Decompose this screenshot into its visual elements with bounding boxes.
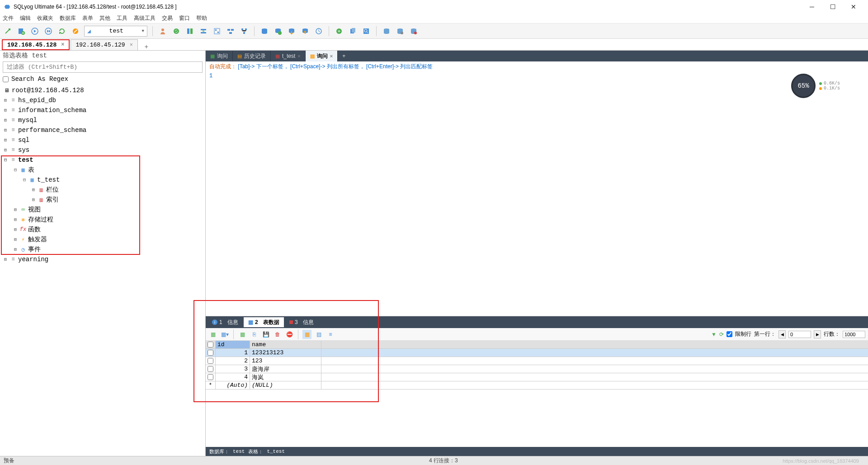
tree-columns[interactable]: ⊞▥栏位 — [0, 185, 205, 195]
visual-icon[interactable] — [212, 26, 222, 36]
table-new-row[interactable]: * (Auto) (NULL) — [206, 381, 868, 390]
expander-icon[interactable]: ⊞ — [3, 127, 8, 133]
table-row[interactable]: 1 123213123 — [206, 349, 868, 357]
text-view-icon[interactable]: ≡ — [326, 330, 335, 339]
editor-tab[interactable]: ▤询问× — [306, 51, 338, 61]
connection-tab[interactable]: 192.168.45.129 × — [71, 39, 137, 50]
row-checkbox[interactable] — [208, 374, 213, 380]
form-view-icon[interactable]: ▤ — [314, 330, 323, 339]
new-query-icon[interactable] — [16, 26, 26, 36]
data-grid[interactable]: id name 1 123213123 2 123 3 唐海岸 — [206, 341, 868, 390]
data-sync-icon[interactable] — [198, 26, 208, 36]
grid-view-icon[interactable]: ▦ — [302, 330, 311, 339]
row-count-input[interactable] — [843, 331, 865, 338]
tree-views[interactable]: ⊞∞视图 — [0, 205, 205, 215]
header-name[interactable]: name — [250, 341, 321, 348]
execute-all-icon[interactable] — [43, 26, 53, 36]
db-tool-3-icon[interactable] — [409, 26, 419, 36]
limit-checkbox[interactable] — [726, 331, 732, 337]
new-connection-icon[interactable] — [3, 26, 13, 36]
first-row-input[interactable] — [788, 331, 811, 338]
table-row[interactable]: 2 123 — [206, 357, 868, 365]
tree-db[interactable]: ⊞≡performance_schema — [0, 125, 205, 135]
menu-db[interactable]: 数据库 — [60, 14, 76, 22]
filter-icon[interactable]: ▼ — [711, 331, 717, 338]
copy-cell-icon[interactable]: ⎘ — [250, 330, 259, 339]
refresh-icon[interactable] — [57, 26, 67, 36]
tool-icon[interactable] — [334, 26, 344, 36]
expander-icon[interactable]: ⊞ — [13, 227, 18, 232]
filter-input[interactable] — [3, 61, 203, 73]
close-button[interactable]: ✕ — [847, 3, 860, 10]
duplicate-row-icon[interactable]: ▦ — [238, 330, 247, 339]
menu-window[interactable]: 窗口 — [179, 14, 190, 22]
scheduled-backup-icon[interactable] — [273, 26, 283, 36]
clock-icon[interactable] — [314, 26, 324, 36]
tree-root[interactable]: 🖥root@192.168.45.128 — [0, 85, 205, 95]
tree-db[interactable]: ⊞≡yearning — [0, 254, 205, 264]
menu-table[interactable]: 表单 — [82, 14, 93, 22]
connection-tab[interactable]: 192.168.45.128 × — [2, 39, 70, 50]
tree-table-item[interactable]: ⊟▦t_test — [0, 175, 205, 185]
menu-edit[interactable]: 编辑 — [20, 14, 31, 22]
query-editor[interactable]: 1 65% 0.6K/s 0.1K/s — [206, 72, 868, 316]
expander-icon[interactable]: ⊞ — [13, 217, 18, 222]
tree-tables[interactable]: ⊟▦表 — [0, 165, 205, 175]
table-row[interactable]: 4 海岚 — [206, 373, 868, 381]
tree-db[interactable]: ⊞≡information_schema — [0, 105, 205, 115]
insert-row-icon[interactable]: ▦▾ — [220, 330, 229, 339]
next-page-button[interactable]: ▶ — [814, 330, 821, 338]
tree-indexes[interactable]: ⊞▥索引 — [0, 195, 205, 205]
expander-icon[interactable]: ⊞ — [31, 187, 36, 193]
editor-tab[interactable]: ▦询问 — [206, 51, 233, 61]
db-tool-1-icon[interactable] — [382, 26, 392, 36]
row-checkbox[interactable] — [208, 366, 213, 372]
sync-icon[interactable] — [171, 26, 181, 36]
add-tab-button[interactable]: + — [338, 51, 350, 61]
menu-help[interactable]: 帮助 — [196, 14, 207, 22]
find-icon[interactable] — [361, 26, 371, 36]
add-connection-button[interactable]: + — [142, 43, 151, 50]
import-icon[interactable] — [287, 26, 297, 36]
cancel-icon[interactable]: ⛔ — [285, 330, 294, 339]
expander-icon[interactable]: ⊞ — [13, 247, 18, 252]
execute-icon[interactable] — [30, 26, 40, 36]
menu-trans[interactable]: 交易 — [162, 14, 173, 22]
row-checkbox[interactable] — [208, 358, 213, 364]
query-builder-icon[interactable] — [226, 26, 236, 36]
result-tab-data[interactable]: ▦2 表数据 — [244, 317, 284, 327]
close-icon[interactable]: × — [330, 53, 333, 59]
tree-db[interactable]: ⊞≡sys — [0, 145, 205, 155]
close-icon[interactable]: × — [297, 53, 300, 59]
tree-procs[interactable]: ⊞✻存储过程 — [0, 215, 205, 225]
header-checkbox-cell[interactable] — [206, 341, 216, 348]
expander-icon[interactable]: ⊟ — [22, 177, 27, 183]
copy-db-icon[interactable] — [348, 26, 358, 36]
user-icon[interactable] — [158, 26, 168, 36]
prev-page-button[interactable]: ◀ — [778, 330, 786, 338]
expander-icon[interactable]: ⊞ — [13, 207, 18, 212]
result-tab-info[interactable]: i1 信息 — [208, 317, 243, 327]
table-row[interactable]: 3 唐海岸 — [206, 365, 868, 373]
expander-icon[interactable]: ⊞ — [13, 237, 18, 242]
tree-events[interactable]: ⊞◷事件 — [0, 244, 205, 254]
expander-icon[interactable]: ⊞ — [3, 117, 8, 123]
expander-icon[interactable]: ⊞ — [3, 137, 8, 143]
backup-icon[interactable] — [259, 26, 269, 36]
expander-icon[interactable]: ⊞ — [3, 98, 8, 103]
menu-fav[interactable]: 收藏夹 — [37, 14, 53, 22]
save-icon[interactable]: 💾 — [261, 330, 270, 339]
tree-triggers[interactable]: ⊞⚡触发器 — [0, 235, 205, 244]
refresh-icon[interactable]: ⟳ — [719, 331, 724, 338]
database-combo[interactable]: ◢ test ▼ — [84, 26, 147, 37]
schema-designer-icon[interactable] — [239, 26, 249, 36]
tree-db-test[interactable]: ⊟≡test — [0, 155, 205, 165]
expander-icon[interactable]: ⊟ — [3, 157, 8, 163]
tree-db[interactable]: ⊞≡hs_epid_db — [0, 95, 205, 105]
add-row-icon[interactable]: ▦ — [208, 330, 217, 339]
menu-other[interactable]: 其他 — [99, 14, 110, 22]
menu-file[interactable]: 文件 — [3, 14, 14, 22]
stop-icon[interactable] — [71, 26, 80, 36]
object-tree[interactable]: 🖥root@192.168.45.128 ⊞≡hs_epid_db ⊞≡info… — [0, 85, 205, 456]
close-icon[interactable]: × — [130, 42, 133, 48]
